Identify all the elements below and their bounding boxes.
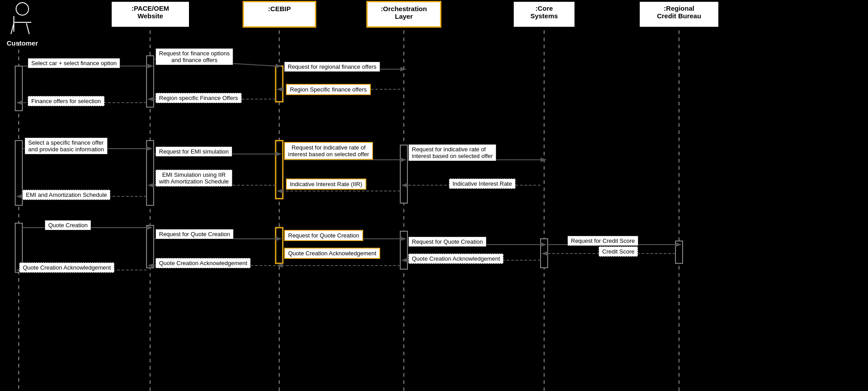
svg-marker-30: [16, 100, 22, 105]
msg-select-specific: Select a specific finance offerand provi…: [25, 137, 108, 154]
svg-rect-6: [15, 66, 22, 111]
msg-qca-core: Quote Creation Acknowledgement: [408, 254, 503, 264]
svg-rect-16: [400, 231, 407, 269]
msg-iir-return: Indicative Interest Rate: [449, 179, 516, 189]
msg-credit-score-req: Request for Credit Score: [567, 236, 638, 246]
msg-credit-score: Credit Score: [599, 246, 638, 257]
core-header: :CoreSystems: [513, 1, 575, 28]
svg-marker-44: [147, 183, 154, 187]
svg-marker-36: [400, 158, 407, 162]
actor-head: [16, 2, 29, 16]
svg-rect-14: [276, 228, 283, 263]
arrows-overlay: [0, 0, 868, 391]
msg-rfqc-cebip: Request for Quote Creation: [284, 230, 363, 241]
svg-marker-28: [147, 97, 154, 101]
msg-rfqc-orch: Request for Quote Creation: [408, 237, 486, 247]
svg-marker-20: [147, 64, 154, 68]
pace-header: :PACE/OEMWebsite: [111, 1, 190, 28]
msg-finance-for-selection: Finance offers for selection: [28, 96, 105, 106]
msg-qca-customer: Quote Creation Acknowledgement: [19, 262, 114, 273]
svg-marker-50: [276, 237, 282, 241]
svg-marker-24: [400, 67, 407, 71]
msg-select-car: Select car + select finance option: [28, 58, 120, 68]
msg-emi-amort: EMI and Amortization Schedule: [22, 190, 110, 200]
msg-region-specific: Region Specific finance offers: [286, 84, 371, 95]
svg-rect-11: [147, 225, 154, 268]
svg-marker-52: [400, 237, 407, 241]
msg-finance-options: Request for finance optionsand finance o…: [155, 48, 233, 65]
msg-qca-pace: Quote Creation Acknowledgement: [155, 258, 251, 268]
svg-marker-58: [541, 251, 548, 256]
svg-rect-9: [147, 56, 154, 107]
svg-rect-17: [541, 239, 548, 268]
svg-marker-40: [401, 183, 407, 187]
svg-marker-34: [276, 152, 282, 156]
msg-emi-iir: EMI Simulation using IIRwith Amortizatio…: [155, 170, 232, 187]
actor-arms: [13, 22, 31, 23]
msg-quote-creation: Quote Creation: [45, 220, 91, 230]
sequence-diagram: Customer :PACE/OEMWebsite :CEBIP :Orches…: [0, 0, 868, 391]
msg-emi-simulation: Request for EMI simulation: [155, 146, 232, 157]
msg-indicative-rate-core: Request for indicative rate ofinterest b…: [408, 144, 496, 161]
svg-marker-60: [401, 258, 407, 262]
svg-marker-26: [277, 87, 283, 92]
msg-iir-cebip: Indicative Interest Rate (IIR): [286, 179, 366, 190]
svg-marker-54: [541, 242, 547, 247]
msg-indicative-rate: Request for indicative rate ofinterest b…: [284, 142, 373, 160]
actor-customer: Customer: [7, 2, 38, 47]
msg-qca-cebip: Quote Creation Acknowledgement: [284, 248, 380, 259]
svg-rect-7: [15, 141, 22, 205]
svg-marker-42: [277, 189, 283, 193]
msg-rfqc-pace: Request for Quote Creation: [155, 229, 234, 239]
msg-region-finance-offers: Region specific Finance Offers: [155, 93, 242, 103]
regional-header: :RegionalCredit Bureau: [639, 1, 719, 28]
msg-regional-finance: Request for regional finance offers: [284, 62, 380, 72]
svg-marker-32: [147, 146, 153, 151]
svg-rect-13: [276, 141, 283, 199]
svg-marker-62: [277, 263, 283, 268]
svg-rect-15: [400, 145, 407, 203]
svg-rect-18: [675, 241, 683, 263]
svg-marker-46: [16, 194, 22, 199]
svg-marker-38: [541, 158, 547, 162]
svg-rect-10: [147, 141, 154, 205]
cebip-header: :CEBIP: [243, 1, 316, 28]
svg-marker-48: [147, 225, 153, 230]
svg-rect-12: [276, 66, 283, 102]
svg-marker-64: [147, 263, 154, 268]
actor-leg-left: [11, 23, 14, 34]
svg-marker-22: [276, 64, 282, 68]
svg-marker-56: [675, 242, 682, 247]
actor-legs: [13, 23, 27, 34]
actor-leg-right: [26, 23, 29, 34]
orch-header: :OrchestrationLayer: [366, 1, 441, 28]
